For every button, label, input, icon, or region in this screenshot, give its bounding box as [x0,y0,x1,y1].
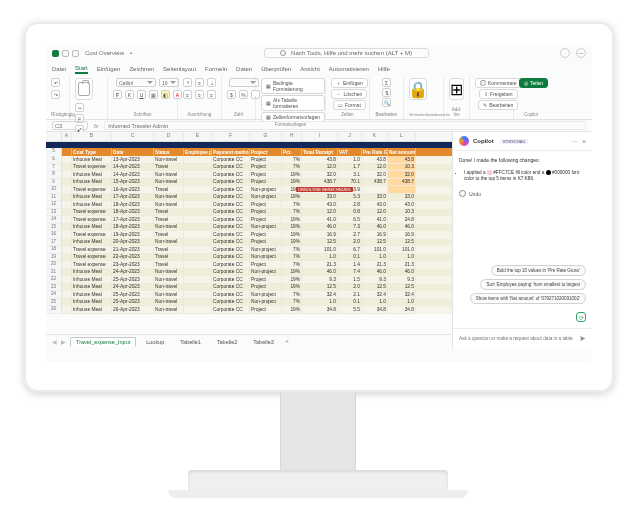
cell[interactable] [184,224,212,232]
cell[interactable]: 41.0 [302,216,338,224]
cell[interactable] [362,186,388,194]
cell[interactable]: 7.3 [338,224,362,232]
font-name-select[interactable]: Calibri [116,78,156,87]
cell[interactable] [184,209,212,217]
cell[interactable]: Travel expense [72,216,112,224]
cut-button[interactable]: ✂ [75,103,84,112]
cell[interactable]: Corporate CC [212,179,250,187]
cell[interactable]: Non-travel [154,179,184,187]
fx-icon[interactable]: fx [94,123,98,129]
cell[interactable]: 1.4 [338,261,362,269]
cell[interactable] [184,261,212,269]
cell[interactable]: Corporate CC [212,194,250,202]
cell[interactable]: 19% [282,284,302,292]
percent-button[interactable]: % [239,90,248,99]
cell[interactable]: Corporate CC [212,186,250,194]
cell[interactable]: Project [250,239,282,247]
cell[interactable]: Project [250,171,282,179]
cell[interactable]: 14-Apr-2023 [112,171,154,179]
cell[interactable]: 7% [282,164,302,172]
table-header-cell[interactable]: Pct. [282,148,302,156]
cell[interactable]: 22-Apr-2023 [112,254,154,262]
cell[interactable]: 9.3 [362,276,388,284]
cell[interactable]: 1.0 [338,156,362,164]
name-box[interactable]: C3 [52,121,88,130]
copilot-suggestion-pill[interactable]: Sort 'Employee paying' from smallest to … [480,279,586,290]
cell[interactable]: Project [250,209,282,217]
cell[interactable]: Project [250,216,282,224]
copilot-refresh-button[interactable]: ⟳ [576,312,586,322]
undo-button[interactable]: ↶ [51,78,60,87]
table-header-cell[interactable] [62,148,72,156]
cell[interactable]: 5.3 [338,194,362,202]
formula-input[interactable]: Informed Traveler Admin [104,121,586,130]
sheet-tab[interactable]: Travel_expense_Input [70,337,136,347]
cell[interactable]: Corporate CC [212,261,250,269]
cell[interactable]: 1.0 [362,299,388,307]
cell[interactable]: Non-travel [154,171,184,179]
cell[interactable]: 19% [282,306,302,314]
cell[interactable]: 10.3 [388,209,416,217]
cell[interactable]: Non-travel [154,201,184,209]
conditional-formatting-button[interactable]: ▦Bedingte Formatierung [261,78,325,94]
cell[interactable]: 7% [282,254,302,262]
cell[interactable]: 5.5 [338,306,362,314]
cell[interactable]: 16.9 [302,231,338,239]
cell[interactable]: 6.7 [338,246,362,254]
cell[interactable]: Non-travel [154,306,184,314]
cell[interactable] [184,194,212,202]
cell[interactable]: 2.8 [338,201,362,209]
table-header-cell[interactable]: VAT [338,148,362,156]
cell[interactable]: Non-travel [154,284,184,292]
table-row[interactable]: 6Inhouse Meal13-Apr-2023Non-travelCorpor… [46,156,452,164]
cell[interactable]: 7% [282,291,302,299]
cell[interactable]: Inhouse Meal [72,276,112,284]
cell[interactable]: 46.0 [388,224,416,232]
cell[interactable]: Non-project [250,194,282,202]
cell[interactable] [62,164,72,172]
cell[interactable] [62,231,72,239]
cell[interactable]: 34.8 [388,306,416,314]
cell[interactable]: Non-project [250,254,282,262]
cell[interactable]: Corporate CC [212,299,250,307]
cell[interactable] [184,201,212,209]
cell[interactable] [184,269,212,277]
column-header[interactable]: G [250,132,282,141]
cell[interactable]: 1.0 [302,299,338,307]
cell[interactable]: Travel [154,261,184,269]
cell[interactable]: Non-project [250,269,282,277]
table-header-cell[interactable]: Status [154,148,184,156]
cell[interactable] [62,179,72,187]
cell[interactable]: 13-Apr-2023 [112,156,154,164]
cell[interactable] [184,299,212,307]
cell[interactable] [62,224,72,232]
cell[interactable]: 34.8 [302,306,338,314]
cell[interactable]: Non-project [250,246,282,254]
cell[interactable]: 9.3 [388,276,416,284]
table-header-cell[interactable]: Date [112,148,154,156]
cell[interactable]: Inhouse Meal [72,269,112,277]
cell[interactable]: Travel [154,231,184,239]
cell[interactable]: 1.0 [302,254,338,262]
sheet-tab[interactable]: Tabelle3 [247,337,280,347]
cell[interactable]: Inhouse Meal [72,171,112,179]
column-header[interactable]: A [62,132,72,141]
cell[interactable]: 32.4 [388,291,416,299]
cell[interactable]: Non-project [250,299,282,307]
cell[interactable]: 46.0 [362,224,388,232]
cell[interactable]: Non-travel [154,291,184,299]
cell[interactable]: Inhouse Meal [72,299,112,307]
table-row[interactable]: 8Inhouse Meal14-Apr-2023Non-travelCorpor… [46,171,452,179]
cell[interactable]: 25-Apr-2023 [112,291,154,299]
autosum-button[interactable]: Σ [382,78,391,87]
ribbon-tab-datei[interactable]: Datei [52,66,66,72]
cell[interactable]: 7% [282,299,302,307]
cell[interactable]: 16.9 [388,231,416,239]
cell[interactable]: 12.0 [302,209,338,217]
cell[interactable]: 46.0 [362,269,388,277]
cell[interactable]: 19-Apr-2023 [112,231,154,239]
cell[interactable] [184,254,212,262]
cell[interactable] [184,186,212,194]
cell[interactable]: 1.0 [362,254,388,262]
ribbon-tab-daten[interactable]: Daten [236,66,252,72]
